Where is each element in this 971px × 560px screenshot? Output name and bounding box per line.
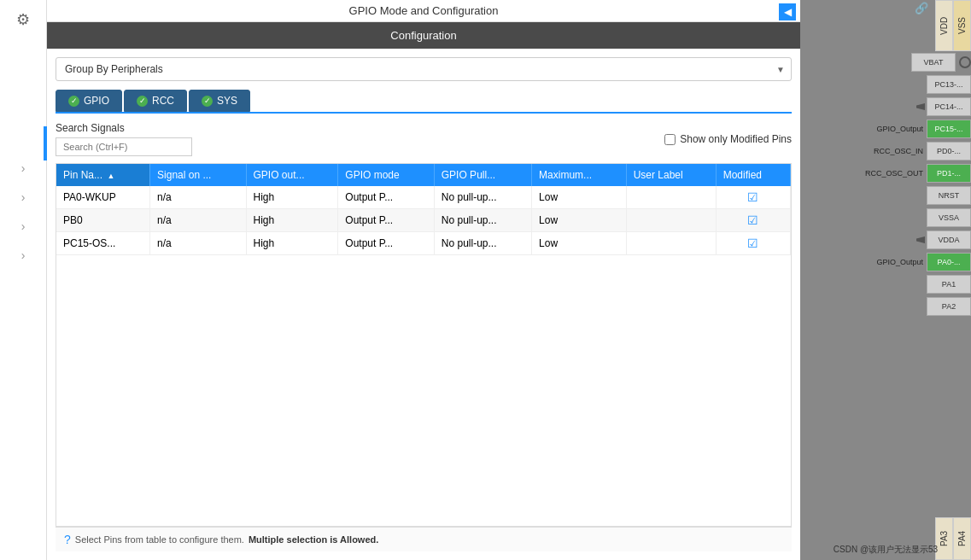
pin-function-label: RCC_OSC_OUT bbox=[800, 169, 927, 178]
pin-row: RCC_OSC_INPD0-... bbox=[800, 140, 971, 162]
cell-gpio-pull: No pull-up... bbox=[434, 232, 531, 255]
sidebar-expand-2[interactable]: › bbox=[21, 190, 26, 204]
pin-box[interactable]: PD0-... bbox=[927, 142, 971, 160]
col-gpio-out[interactable]: GPIO out... bbox=[246, 164, 338, 186]
tab-rcc-label: RCC bbox=[152, 95, 174, 107]
pin-row: RCC_OSC_OUTPD1-... bbox=[800, 162, 971, 184]
pin-rows-container: VBATPC13-...PC14-...GPIO_OutputPC15-...R… bbox=[800, 51, 971, 318]
pin-row: VSSA bbox=[800, 207, 971, 229]
cell-pin-name: PC15-OS... bbox=[56, 232, 150, 255]
tab-sys-check: ✓ bbox=[202, 96, 213, 107]
pin-row: PA1 bbox=[800, 273, 971, 295]
cell-gpio-output: High bbox=[246, 186, 338, 209]
cell-gpio-output: High bbox=[246, 209, 338, 232]
search-col: Search Signals bbox=[56, 122, 192, 156]
cell-gpio-mode: Output P... bbox=[338, 232, 434, 255]
tab-rcc-check: ✓ bbox=[137, 96, 148, 107]
pin-row: NRST bbox=[800, 184, 971, 207]
table-row[interactable]: PB0 n/a High Output P... No pull-up... L… bbox=[56, 209, 791, 232]
tab-sys[interactable]: ✓ SYS bbox=[189, 90, 250, 112]
config-header: Configuration bbox=[47, 22, 800, 49]
title-bar: GPIO Mode and Configuration ◀ bbox=[47, 0, 800, 22]
pin-box[interactable]: PC15-... bbox=[927, 120, 971, 138]
pin-box[interactable]: VSSA bbox=[927, 208, 971, 227]
pin-box[interactable]: VDDA bbox=[927, 230, 971, 249]
pin-box[interactable]: PC14-... bbox=[927, 97, 971, 116]
cell-modified: ☑ bbox=[716, 186, 790, 209]
col-maximum[interactable]: Maximum... bbox=[532, 164, 627, 186]
show-modified-checkbox[interactable] bbox=[664, 134, 676, 145]
footer-text: Select Pins from table to configure them… bbox=[75, 534, 244, 545]
table-wrapper: Pin Na... ▲ Signal on ... GPIO out... GP… bbox=[56, 163, 792, 527]
pin-box[interactable]: VBAT bbox=[911, 53, 956, 72]
collapse-arrow[interactable]: ◀ bbox=[779, 3, 796, 20]
cell-maximum: Low bbox=[532, 232, 627, 255]
show-modified-label: Show only Modified Pins bbox=[680, 133, 792, 145]
pin-box[interactable]: PD1-... bbox=[927, 164, 971, 183]
pin-box[interactable]: PA1 bbox=[927, 275, 971, 294]
gear-icon[interactable]: ⚙ bbox=[8, 4, 38, 35]
tab-sys-label: SYS bbox=[217, 95, 237, 107]
tabs-row: ✓ GPIO ✓ RCC ✓ SYS bbox=[56, 90, 792, 114]
tab-gpio-check: ✓ bbox=[68, 96, 79, 107]
main-content: GPIO Mode and Configuration ◀ Configurat… bbox=[47, 0, 800, 560]
cell-gpio-mode: Output P... bbox=[338, 209, 434, 232]
pin-function-label: GPIO_Output bbox=[800, 258, 927, 266]
col-user-label[interactable]: User Label bbox=[626, 164, 716, 186]
cell-gpio-pull: No pull-up... bbox=[434, 186, 531, 209]
top-right-link-icon[interactable]: 🔗 bbox=[915, 2, 928, 15]
table-row[interactable]: PC15-OS... n/a High Output P... No pull-… bbox=[56, 232, 791, 255]
cell-maximum: Low bbox=[532, 186, 627, 209]
group-by-select[interactable]: Group By Peripherals Group By Pins bbox=[56, 57, 792, 81]
table-header-row: Pin Na... ▲ Signal on ... GPIO out... GP… bbox=[56, 164, 791, 186]
page-title: GPIO Mode and Configuration bbox=[349, 4, 499, 17]
config-body: Group By Peripherals Group By Pins ✓ GPI… bbox=[47, 49, 800, 560]
cell-user-label bbox=[626, 186, 716, 209]
sidebar-expand-1[interactable]: › bbox=[21, 161, 26, 175]
search-input[interactable] bbox=[56, 137, 192, 156]
pin-box[interactable]: PC13-... bbox=[927, 75, 971, 94]
pin-row: GPIO_OutputPA0-... bbox=[800, 251, 971, 273]
tab-gpio-label: GPIO bbox=[84, 95, 109, 107]
col-signal-on[interactable]: Signal on ... bbox=[150, 164, 246, 186]
sidebar-expand-4[interactable]: › bbox=[21, 248, 26, 262]
cell-gpio-pull: No pull-up... bbox=[434, 209, 531, 232]
pin-box[interactable]: PA2 bbox=[927, 297, 971, 316]
watermark: CSDN @该用户无法显示53 bbox=[800, 544, 971, 556]
col-pin-name[interactable]: Pin Na... ▲ bbox=[56, 164, 150, 186]
tab-gpio[interactable]: ✓ GPIO bbox=[56, 90, 122, 112]
cell-user-label bbox=[626, 232, 716, 255]
group-by-dropdown-row: Group By Peripherals Group By Pins bbox=[56, 57, 792, 81]
cell-modified: ☑ bbox=[716, 209, 790, 232]
cell-gpio-mode: Output P... bbox=[338, 186, 434, 209]
cell-signal-on: n/a bbox=[150, 232, 246, 255]
col-gpio-mode[interactable]: GPIO mode bbox=[338, 164, 434, 186]
tab-rcc[interactable]: ✓ RCC bbox=[124, 90, 187, 112]
chip-panel: VDD VSS 🔗 VBATPC13-...PC14-...GPIO_Outpu… bbox=[800, 0, 971, 560]
pin-function-label: GPIO_Output bbox=[800, 125, 927, 133]
cell-pin-name: PA0-WKUP bbox=[56, 186, 150, 209]
footer-note: ? Select Pins from table to configure th… bbox=[56, 527, 792, 551]
dropdown-wrapper: Group By Peripherals Group By Pins bbox=[56, 57, 792, 81]
sidebar-active-indicator bbox=[44, 126, 47, 160]
pin-row: GPIO_OutputPC15-... bbox=[800, 118, 971, 140]
sidebar-expand-3[interactable]: › bbox=[21, 219, 26, 233]
cell-user-label bbox=[626, 209, 716, 232]
left-sidebar: ⚙ › › › › bbox=[0, 0, 47, 560]
pin-box[interactable]: PA0-... bbox=[927, 253, 971, 271]
col-modified[interactable]: Modified bbox=[716, 164, 790, 186]
vdd-label: VDD bbox=[935, 0, 953, 51]
pin-row: VDDA bbox=[800, 229, 971, 251]
cell-maximum: Low bbox=[532, 209, 627, 232]
table-row[interactable]: PA0-WKUP n/a High Output P... No pull-up… bbox=[56, 186, 791, 209]
pin-row: VBAT bbox=[800, 51, 971, 73]
table-body: PA0-WKUP n/a High Output P... No pull-up… bbox=[56, 186, 791, 255]
cell-signal-on: n/a bbox=[150, 209, 246, 232]
pin-row: PA2 bbox=[800, 295, 971, 318]
vss-label: VSS bbox=[953, 0, 971, 51]
footer-bold-text: Multiple selection is Allowed. bbox=[249, 534, 378, 545]
pin-box[interactable]: NRST bbox=[927, 186, 971, 205]
col-gpio-pull[interactable]: GPIO Pull... bbox=[434, 164, 531, 186]
pin-row: PC14-... bbox=[800, 96, 971, 118]
vdd-vss-header: VDD VSS bbox=[935, 0, 971, 51]
